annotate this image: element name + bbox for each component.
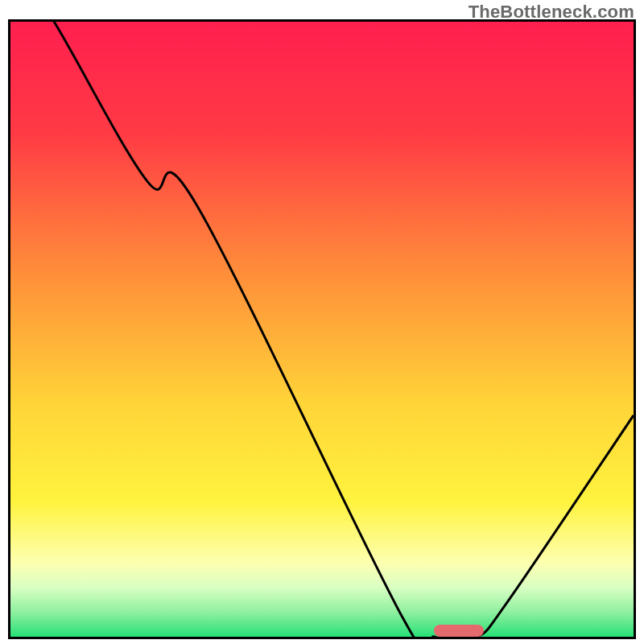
optimal-range-marker	[434, 625, 484, 637]
plot-area	[10, 22, 634, 637]
chart-frame	[8, 19, 636, 639]
bottleneck-curve	[10, 22, 634, 637]
curve-path	[10, 22, 634, 637]
